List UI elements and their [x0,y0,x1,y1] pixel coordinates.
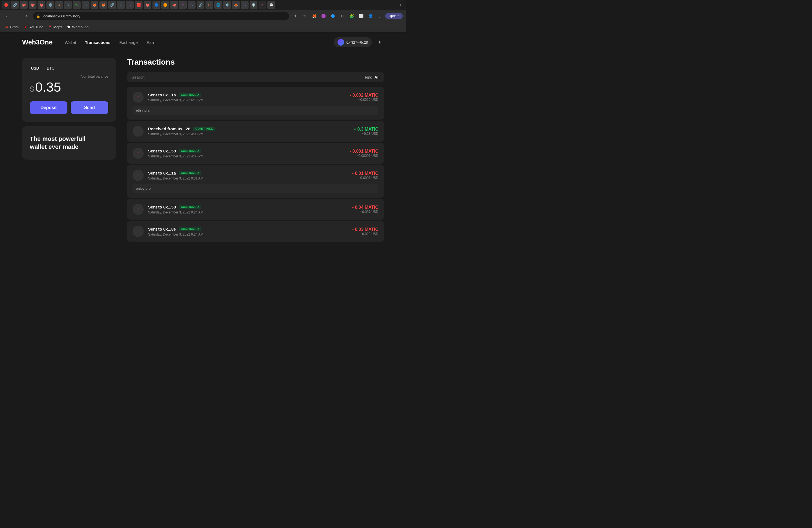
transaction-item-1: ↑ Sent to 0x...1a CONFIRMED Saturday, De… [127,87,384,120]
tx-date-6: Saturday, December 3, 2022 9:24 AM [148,233,348,236]
bookmark-maps[interactable]: 📍 Maps [48,25,62,29]
menu-dots[interactable]: ⋮ [376,12,383,20]
balance-label: Your total balance [30,74,108,78]
ext-btn-shield[interactable]: 🔷 [329,12,337,20]
transaction-row-5: ↑ Sent to 0x...58 CONFIRMED Saturday, De… [133,204,378,215]
bookmark-button[interactable]: ☆ [301,12,308,20]
tab-icon-g1[interactable]: G [117,1,125,9]
tx-amount-3: - 0.001 MATIC ~0.00091 USD [350,149,378,158]
url-bar[interactable]: 🔒 localhost:9001/#/history [33,12,289,20]
tx-title-6: Sent to 0x...8e [148,227,176,231]
tab-icon-gh1[interactable]: 🐙 [20,1,28,9]
tab-icon-a[interactable]: A [82,1,89,9]
tx-title-1: Sent to 0x...1a [148,92,176,97]
tab-icon-fox3[interactable]: 🦊 [232,1,240,9]
find-button[interactable]: Find [365,75,372,79]
metamask-btn[interactable]: 🦊 [310,12,318,20]
tx-amount-4: - 0.01 MATIC ~0.0091 USD [352,171,378,180]
bookmarks-bar: M Gmail ▶ YouTube 📍 Maps 💬 WhatsApp [0,22,406,32]
tab-icon-orange[interactable]: 🟠 [161,1,169,9]
tab-icon-u[interactable]: U [205,1,213,9]
tx-amount-1: - 0.002 MATIC ~0.0019 USD [350,93,378,102]
tab-icon-whatsapp[interactable]: 💬 [267,1,275,9]
tab-icon-gh4[interactable]: 🐙 [144,1,151,9]
tx-amount-2: + 0.3 MATIC ~0.28 USD [353,127,378,136]
ext-btn-c[interactable]: C [338,12,346,20]
tx-info-4: Sent to 0x...1a CONFIRMED Saturday, Dece… [148,171,348,180]
tx-info-1: Sent to 0x...1a CONFIRMED Saturday, Dece… [148,92,345,102]
tab-icon-m[interactable]: M [179,1,187,9]
share-button[interactable]: ⬆ [291,12,299,20]
tab-icon-w[interactable]: W [73,1,81,9]
bookmark-youtube[interactable]: ▶ YouTube [24,25,43,29]
tx-matic-4: - 0.01 MATIC [352,171,378,176]
theme-toggle-button[interactable]: ✦ [375,38,384,47]
tab-icon-gh2[interactable]: 🐙 [29,1,37,9]
ext-btn-purple[interactable]: 🟣 [320,12,327,20]
tab-icon-link3[interactable]: 🔗 [197,1,204,9]
tab-icon-g4[interactable]: G [241,1,249,9]
tab-icon-gear1[interactable]: ⚙️ [46,1,54,9]
ext-btn-square[interactable]: ⬜ [357,12,365,20]
usd-toggle[interactable]: USD [30,65,40,71]
tx-info-6: Sent to 0x...8e CONFIRMED Saturday, Dece… [148,227,348,236]
currency-toggle: USD | BTC [30,65,108,71]
tab-icon-g2[interactable]: G [126,1,134,9]
tab-icon-gh3[interactable]: 🐙 [38,1,45,9]
tab-icons-container: 🔴 🔗 🐙 🐙 🐙 ⚙️ ● D W A 🦊 🦊 🔗 G G 🟥 🐙 🔵 🟠 🐙… [2,1,396,9]
bookmark-whatsapp[interactable]: 💬 WhatsApp [67,25,89,29]
search-input[interactable] [131,75,363,79]
tab-icon-d[interactable]: D [64,1,72,9]
tab-icon-youtube[interactable]: 🔴 [2,1,10,9]
ext-btn-puzzle[interactable]: 🧩 [348,12,356,20]
transaction-item-4: ↑ Sent to 0x...1a CONFIRMED Saturday, De… [127,165,384,198]
back-button[interactable]: ← [3,12,11,20]
tx-info-2: Received from 0x...28 CONFIRMED Saturday… [148,127,349,136]
tab-icon-g3[interactable]: G [188,1,195,9]
tx-badge-3: CONFIRMED [179,149,201,153]
tab-icon-link2[interactable]: 🔗 [108,1,116,9]
tx-usd-3: ~0.00091 USD [350,154,378,158]
wallet-address-display[interactable]: 0x7f27···6c28 [334,37,372,47]
deposit-button[interactable]: Deposit [30,101,68,114]
tx-title-row-6: Sent to 0x...8e CONFIRMED [148,227,348,231]
user-avatar[interactable]: 👤 [366,12,374,20]
update-button[interactable]: Update [385,13,403,19]
tab-icon-globe[interactable]: 🌐 [214,1,222,9]
nav-earn[interactable]: Earn [143,38,159,47]
nav-transactions[interactable]: Transactions [82,38,114,47]
gmail-label: Gmail [10,25,19,29]
tab-icon-blue[interactable]: 🔵 [153,1,160,9]
nav-exchange[interactable]: Exchange [116,38,141,47]
tx-matic-6: - 0.03 MATIC [352,227,378,232]
all-filter-button[interactable]: All [375,75,379,79]
tx-usd-2: ~0.28 USD [353,132,378,136]
new-tab-button[interactable]: + [397,2,404,8]
dollar-sign: $ [30,85,34,93]
nav-wallet[interactable]: Wallet [61,38,79,47]
tab-icon-gear2[interactable]: ⚙️ [223,1,231,9]
tx-badge-6: CONFIRMED [179,227,201,231]
tab-icon-fox1[interactable]: 🦊 [91,1,98,9]
tab-icon-link[interactable]: 🔗 [11,1,19,9]
tab-icon-red[interactable]: 🟥 [135,1,143,9]
header-right: 0x7f27···6c28 ✦ [334,37,384,47]
btc-toggle[interactable]: BTC [46,65,56,71]
send-button[interactable]: Send [71,101,108,114]
left-panel: USD | BTC Your total balance $ 0.35 Depo… [22,58,116,242]
tx-date-2: Saturday, December 3, 2022 4:08 PM [148,132,349,136]
tab-icon-gh5[interactable]: 🐙 [170,1,178,9]
reload-button[interactable]: ↻ [23,12,31,20]
tab-icon-shield[interactable]: 🛡️ [250,1,257,9]
tx-matic-5: - 0.04 MATIC [352,205,378,210]
tx-icon-send-4: ↑ [133,170,144,181]
forward-button[interactable]: → [13,12,21,20]
bookmark-gmail[interactable]: M Gmail [4,25,19,29]
tab-close-x[interactable]: ✕ [259,1,266,9]
youtube-label: YouTube [29,25,43,29]
tab-icon-brown[interactable]: ● [55,1,63,9]
main-nav: Wallet Transactions Exchange Earn [61,38,334,47]
tx-icon-send-1: ↑ [133,92,144,103]
tx-date-3: Saturday, December 3, 2022 4:05 PM [148,155,345,158]
tab-icon-fox2[interactable]: 🦊 [99,1,107,9]
